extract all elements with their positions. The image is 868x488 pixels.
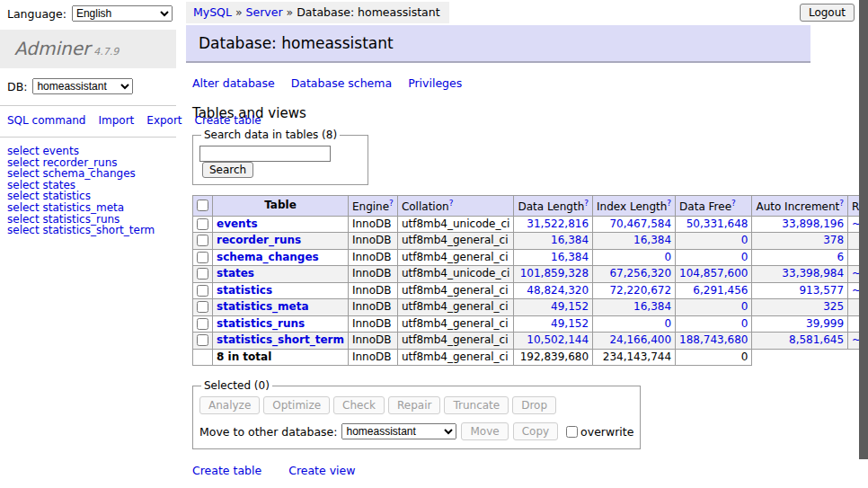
create-table-link[interactable]: Create table xyxy=(192,464,261,477)
export-link[interactable]: Export xyxy=(146,114,182,127)
language-select[interactable]: English xyxy=(72,5,173,22)
vertical-scrollbar[interactable] xyxy=(859,0,868,488)
scrollbar-thumb[interactable] xyxy=(859,0,868,459)
data-free-link[interactable]: 0 xyxy=(679,301,748,314)
copy-button[interactable]: Copy xyxy=(513,422,558,440)
privileges-link[interactable]: Privileges xyxy=(408,76,462,90)
search-input[interactable] xyxy=(199,146,331,162)
col-header-data-free-label: Data Free xyxy=(679,200,731,213)
data-free-link[interactable]: 104,857,600 xyxy=(679,268,748,280)
data-length-link[interactable]: 49,152 xyxy=(518,318,589,331)
sidebar-select-link-statistics-short-term[interactable]: select statistics_short_term xyxy=(7,225,169,236)
sidebar-select-link-statistics-meta[interactable]: select statistics_meta xyxy=(7,202,169,214)
optimize-button[interactable]: Optimize xyxy=(263,396,330,414)
table-name-link[interactable]: statistics_short_term xyxy=(217,333,344,346)
row-checkbox[interactable] xyxy=(197,301,208,313)
help-link[interactable]: ? xyxy=(667,199,671,208)
search-button[interactable]: Search xyxy=(202,162,253,178)
move-db-select[interactable]: homeassistant xyxy=(341,423,456,439)
import-link[interactable]: Import xyxy=(98,114,134,127)
sidebar-select-link-schema-changes[interactable]: select schema_changes xyxy=(7,168,169,180)
row-checkbox[interactable] xyxy=(197,268,208,279)
help-link[interactable]: ? xyxy=(839,199,844,208)
auto-increment-link[interactable]: 39,999 xyxy=(756,318,844,331)
data-length-link[interactable]: 48,824,320 xyxy=(518,285,589,297)
sidebar-select-link-events[interactable]: select events xyxy=(7,146,169,157)
logout-button[interactable]: Logout xyxy=(800,4,855,22)
auto-increment-link[interactable]: 33,898,196 xyxy=(756,218,844,231)
table-name-link[interactable]: states xyxy=(217,267,254,279)
data-free-link[interactable]: 50,331,648 xyxy=(679,218,748,231)
index-length-link[interactable]: 24,166,400 xyxy=(597,334,671,347)
data-free-link[interactable]: 0 xyxy=(679,318,748,331)
data-length-link[interactable]: 16,384 xyxy=(518,252,589,264)
app-version: 4.7.9 xyxy=(93,46,119,58)
collation-cell: utf8mb4_unicode_ci xyxy=(397,266,514,283)
index-length-link[interactable]: 72,220,672 xyxy=(597,285,671,297)
alter-database-link[interactable]: Alter database xyxy=(192,76,275,90)
row-checkbox[interactable] xyxy=(197,235,208,246)
auto-increment-link[interactable]: 378 xyxy=(756,235,844,247)
index-length-link[interactable]: 67,256,320 xyxy=(597,268,671,280)
analyze-button[interactable]: Analyze xyxy=(199,396,260,414)
help-link[interactable]: ? xyxy=(584,199,589,208)
sql-command-link[interactable]: SQL command xyxy=(7,114,85,127)
help-link[interactable]: ? xyxy=(449,199,454,208)
row-checkbox[interactable] xyxy=(197,252,208,263)
data-length-link[interactable]: 49,152 xyxy=(518,301,589,314)
data-length-link[interactable]: 101,859,328 xyxy=(518,268,589,280)
auto-increment-link[interactable]: 6 xyxy=(756,252,844,264)
data-free-link[interactable]: 188,743,680 xyxy=(679,334,748,347)
db-select[interactable]: homeassistant xyxy=(32,78,133,94)
index-length-link[interactable]: 16,384 xyxy=(597,235,671,247)
create-view-link[interactable]: Create view xyxy=(288,464,355,477)
tables-and-views-heading: Tables and views xyxy=(192,105,815,121)
create-table-link-sidebar[interactable]: Create table xyxy=(195,114,261,127)
data-length-link[interactable]: 16,384 xyxy=(518,235,589,247)
index-length-link[interactable]: 16,384 xyxy=(597,301,671,314)
data-free-link[interactable]: 6,291,456 xyxy=(679,285,748,297)
index-length-link[interactable]: 70,467,584 xyxy=(597,218,671,231)
help-link[interactable]: ? xyxy=(389,199,394,208)
auto-increment-link[interactable]: 325 xyxy=(756,301,844,314)
move-button[interactable]: Move xyxy=(461,422,508,440)
table-name-link[interactable]: recorder_runs xyxy=(217,234,301,246)
data-length-link[interactable]: 31,522,816 xyxy=(518,218,589,231)
col-header-index-length-label: Index Length xyxy=(597,200,667,213)
row-checkbox[interactable] xyxy=(197,334,208,346)
auto-increment-link[interactable]: 8,581,645 xyxy=(756,334,844,347)
table-name-link[interactable]: statistics_meta xyxy=(217,300,309,313)
index-length-link[interactable]: 0 xyxy=(597,318,671,331)
row-checkbox[interactable] xyxy=(197,318,208,330)
repair-button[interactable]: Repair xyxy=(388,396,440,414)
database-schema-link[interactable]: Database schema xyxy=(291,76,392,90)
table-name-link[interactable]: statistics xyxy=(217,284,272,297)
data-free-link[interactable]: 0 xyxy=(679,252,748,264)
select-all-checkbox[interactable] xyxy=(197,200,208,211)
table-name-cell: statistics xyxy=(213,282,349,299)
auto-increment-link[interactable]: 913,577 xyxy=(756,285,844,297)
selected-legend: Selected (0) xyxy=(201,379,272,392)
breadcrumb-mysql-link[interactable]: MySQL xyxy=(193,5,232,19)
sidebar-table-links: select events select recorder_runs selec… xyxy=(0,138,176,236)
auto-increment-cell: 325 xyxy=(752,299,848,316)
index-length-cell: 24,166,400 xyxy=(593,333,676,350)
table-name-link[interactable]: statistics_runs xyxy=(217,317,305,330)
table-name-link[interactable]: events xyxy=(217,217,258,230)
truncate-button[interactable]: Truncate xyxy=(444,396,509,414)
auto-increment-link[interactable]: 33,398,984 xyxy=(756,268,844,280)
help-link[interactable]: ? xyxy=(731,199,736,208)
data-free-link[interactable]: 0 xyxy=(679,235,748,247)
engine-cell: InnoDB xyxy=(348,299,397,316)
table-row: recorder_runs InnoDB utf8mb4_general_ci … xyxy=(193,233,868,250)
table-name-cell: statistics_meta xyxy=(213,299,349,316)
row-checkbox[interactable] xyxy=(197,218,208,230)
check-button[interactable]: Check xyxy=(333,396,385,414)
breadcrumb-server-link[interactable]: Server xyxy=(246,5,283,19)
drop-button[interactable]: Drop xyxy=(512,396,556,414)
data-length-link[interactable]: 10,502,144 xyxy=(518,334,589,347)
table-name-link[interactable]: schema_changes xyxy=(217,251,319,263)
index-length-link[interactable]: 0 xyxy=(597,252,671,264)
overwrite-checkbox[interactable] xyxy=(566,426,578,438)
row-checkbox[interactable] xyxy=(197,285,208,297)
